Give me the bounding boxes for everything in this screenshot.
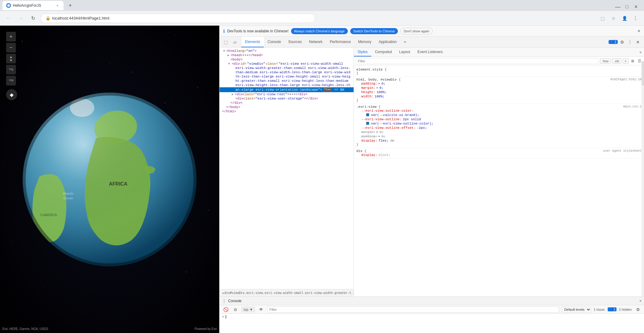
style-prop-calcite-brand: var(--calcite-ui-brand); <box>356 113 642 117</box>
sub-tab-more[interactable]: » <box>637 48 644 56</box>
sub-tab-layout[interactable]: Layout <box>395 48 414 56</box>
sub-tab-event-listeners[interactable]: Event Listeners <box>414 48 446 56</box>
flex-grid-icon[interactable]: ⊞⊞ <box>391 139 394 143</box>
console-header: ⋮ Console × <box>220 297 644 305</box>
minimize-button[interactable]: — <box>613 2 622 11</box>
address-input[interactable]: 🔒 localhost:44344/HtmlPage1.html <box>40 14 315 23</box>
tab-favicon <box>6 3 11 8</box>
match-language-button[interactable]: Always match Chrome's language <box>291 28 348 34</box>
console-context-select[interactable]: top ▼ <box>242 307 255 312</box>
tree-toggle[interactable]: ▼ <box>222 49 226 53</box>
html-tag-line[interactable]: ▼ <html lang="en" > <box>220 49 354 53</box>
user-storage-line[interactable]: <div class="esri-view-user-storage" ></d… <box>220 96 354 101</box>
browser-tab[interactable]: HelloArcgisForJS × <box>2 1 64 10</box>
console-tab-label[interactable]: Console <box>228 299 242 303</box>
profile-button[interactable]: 👤 <box>620 13 629 23</box>
view-root-line[interactable]: ▶ <div class="esri-view-root" > ••• </di… <box>220 92 354 96</box>
inspect-element-icon[interactable]: ⬚ <box>222 38 229 46</box>
cls-filter-button[interactable]: .cls <box>612 58 621 64</box>
console-filter-input[interactable] <box>267 306 559 313</box>
tab-memory[interactable]: Memory <box>355 37 375 47</box>
styles-scrollbar[interactable] <box>642 61 644 296</box>
compass-button[interactable]: ◆ <box>6 89 17 100</box>
console-prompt: > <box>222 315 224 319</box>
sub-tab-computed[interactable]: Computed <box>371 48 395 56</box>
console-no-errors-button[interactable]: ⊘ <box>232 306 239 313</box>
console-close-button[interactable]: × <box>639 299 642 303</box>
devtools-tabs: ⬚ ▱ Elements Console Sources Network Per… <box>220 37 644 48</box>
style-prop-outline-offset: --esri-view-outline-offset: -2px; <box>356 126 642 130</box>
tab-title: HelloArcgisForJS <box>13 3 53 8</box>
viewdiv-tag-line[interactable]: ▼ <div id="viewDiv" class="esri-view esr… <box>220 62 354 66</box>
notification-close-button[interactable]: × <box>638 28 640 34</box>
menu-button[interactable]: ⋮ <box>631 13 640 23</box>
html-close-line[interactable]: </html> <box>220 109 354 114</box>
tab-application[interactable]: Application <box>375 37 400 47</box>
notification-icon: ℹ <box>223 29 225 34</box>
head-tag-line[interactable]: ▶ <head> ••• </head> <box>220 53 354 57</box>
devtools-close-icon[interactable]: ✕ <box>634 38 642 46</box>
console-input-line: > | <box>222 315 642 319</box>
tab-elements[interactable]: Elements <box>241 37 264 47</box>
add-style-button[interactable]: + <box>623 58 629 64</box>
console-drag-icon[interactable]: ⋮ <box>222 299 226 303</box>
sub-tab-styles[interactable]: Styles <box>354 48 371 56</box>
style-selector: element.style <box>356 68 383 71</box>
breadcrumb-text: div#viewDiv.esri-view.esri-view-width-sm… <box>224 291 354 295</box>
console-level-select[interactable]: Default levels <box>562 306 591 313</box>
tab-sources[interactable]: Sources <box>285 37 305 47</box>
new-tab-button[interactable]: + <box>66 1 75 10</box>
copy-style-icon[interactable]: ⊞ <box>630 58 635 64</box>
console-issue-text: 1 Issue: <box>594 308 606 311</box>
console-toolbar: 🚫 ⊘ top ▼ 👁 Default levels 1 Issue: 🔵 1 … <box>220 305 644 314</box>
device-toolbar-icon[interactable]: ▱ <box>231 38 238 46</box>
close-button[interactable]: ✕ <box>632 2 640 11</box>
unknown-control-3[interactable]: ™® <box>6 76 16 85</box>
body-close-line[interactable]: </body> <box>220 105 354 109</box>
console-body[interactable]: > | <box>220 314 644 333</box>
style-selector-2: html, body, #viewDiv <box>356 78 397 81</box>
style-prop-margin: margin: ▶ 0; <box>356 86 642 90</box>
style-selector-4: div <box>356 149 362 153</box>
viewdiv-close-line[interactable]: </div> <box>220 101 354 105</box>
devtools-settings-icon[interactable]: ⚙ <box>618 38 626 46</box>
cast-button[interactable]: ⬚ <box>598 13 607 23</box>
tab-close-button[interactable]: × <box>55 3 60 8</box>
body-tag-line[interactable]: ▶ <body> <box>220 57 354 62</box>
dont-show-again-button[interactable]: Don't show again <box>400 28 433 34</box>
tab-network[interactable]: Network <box>305 37 326 47</box>
tree-toggle[interactable]: ▶ <box>226 53 231 57</box>
devtools-more-icon[interactable]: ⋮ <box>626 38 634 46</box>
elements-html-tree[interactable]: ▼ <html lang="en" > ▶ <head> ••• </head> <box>220 48 354 289</box>
tree-toggle[interactable]: ▼ <box>227 62 231 66</box>
main-content: + − ▲▼ ™S ™® ◆ <box>0 26 644 333</box>
console-clear-button[interactable]: 🚫 <box>222 306 229 313</box>
html-body-viewdiv-block: html, body, #viewDiv HtmlPage1.html:10 {… <box>354 77 644 104</box>
back-button[interactable]: ← <box>4 13 13 23</box>
styles-filter-input[interactable] <box>356 58 599 64</box>
console-settings-icon[interactable]: ⚙ <box>634 306 642 313</box>
maximize-button[interactable]: □ <box>623 2 631 11</box>
scrollbar-thumb <box>642 61 644 85</box>
console-eye-icon[interactable]: 👁 <box>257 306 265 313</box>
zoom-in-button[interactable]: + <box>6 32 16 42</box>
bookmark-button[interactable]: ☆ <box>609 13 618 23</box>
tab-console[interactable]: Console <box>264 37 285 47</box>
reload-button[interactable]: ↻ <box>28 13 38 23</box>
style-prop-padding-crossed: padding: ▶ 0; <box>356 134 642 139</box>
map-attribution: Esri, HERE, Garmin, NGA, USGS <box>2 327 48 331</box>
unknown-control-2[interactable]: ™S <box>6 65 16 74</box>
tab-performance[interactable]: Performance <box>326 37 355 47</box>
class-line-2: than-medium esri-view-width-less-than-la… <box>220 70 354 74</box>
tree-toggle[interactable]: ▶ <box>231 92 235 96</box>
issue-badge: 🔵 1 <box>609 40 618 44</box>
class-line-selected[interactable]: an-xlarge esri-view-orientation-landscap… <box>220 87 354 92</box>
style-prop-margin-crossed: margin: ▶ 0; <box>356 130 642 134</box>
switch-devtools-button[interactable]: Switch DevTools to Chinese <box>350 28 398 34</box>
forward-button[interactable]: → <box>16 13 26 23</box>
console-context-arrow: ▼ <box>249 308 253 311</box>
unknown-control-1[interactable]: ▲▼ <box>6 54 16 63</box>
hov-filter-button[interactable]: :hov <box>600 58 611 64</box>
tab-more[interactable]: » <box>400 37 410 47</box>
zoom-out-button[interactable]: − <box>6 43 16 52</box>
